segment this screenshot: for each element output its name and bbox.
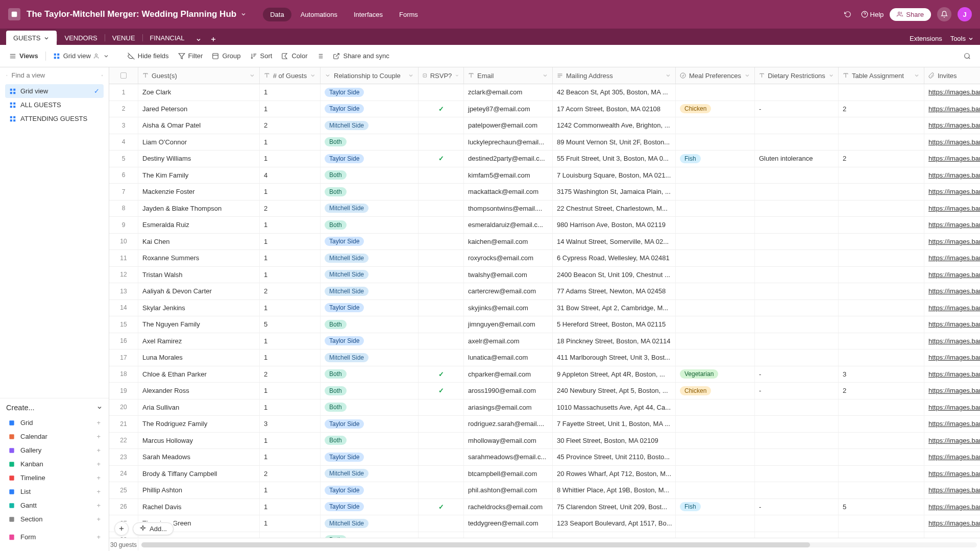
cell-table[interactable] (839, 416, 924, 432)
cell-table[interactable] (839, 532, 924, 538)
cell-count[interactable]: 1 (260, 84, 321, 101)
cell-guest[interactable]: Chloe & Ethan Parker (138, 366, 260, 383)
chevron-down-icon[interactable] (240, 11, 247, 17)
cell-guest[interactable]: The Nguyen Family (138, 316, 260, 333)
cell-address[interactable]: 1 Charles Street South, Unit 912, Bo... (553, 532, 676, 538)
cell-invites[interactable]: https://images.bannerbea (924, 151, 980, 167)
cell-diet[interactable] (755, 134, 839, 151)
cell-guest[interactable]: Axel Ramirez (138, 333, 260, 349)
cell-invites[interactable]: https://images.bannerbea (924, 349, 980, 366)
cell-relationship[interactable]: Both (321, 316, 419, 333)
table-row[interactable]: 23Sarah Meadows1Taylor Sidesarahmeadows@… (109, 449, 980, 466)
cell-guest[interactable]: Liam O'Connor (138, 134, 260, 151)
cell-meal[interactable] (676, 217, 755, 233)
help-button[interactable]: Help (861, 11, 884, 18)
cell-relationship[interactable]: Taylor Side (321, 499, 419, 515)
table-tab-financial[interactable]: FINANCIAL (143, 31, 192, 45)
sort-button[interactable]: Sort (246, 49, 277, 62)
cell-relationship[interactable]: Both (321, 167, 419, 184)
cell-diet[interactable]: - (755, 366, 839, 383)
cell-email[interactable]: thompsontwins@email.... (464, 201, 553, 217)
cell-guest[interactable]: Aria Sullivan (138, 399, 260, 416)
cell-email[interactable]: twalshy@email.com (464, 267, 553, 283)
cell-table[interactable] (839, 316, 924, 333)
table-row[interactable]: 15The Nguyen Family5Bothjimnguyen@email.… (109, 316, 980, 333)
cell-rsvp[interactable]: ✓ (419, 101, 464, 117)
cell-invites[interactable]: https://images.bannerbea (924, 234, 980, 250)
cell-relationship[interactable]: Both (321, 134, 419, 151)
cell-rsvp[interactable] (419, 532, 464, 538)
add-table-button[interactable] (206, 34, 221, 45)
table-row[interactable]: 27Theodore Green1Mitchell Sideteddygreen… (109, 515, 980, 532)
cell-invites[interactable]: https://images.bannerbea (924, 499, 980, 515)
hide-fields-button[interactable]: Hide fields (124, 49, 173, 62)
table-row[interactable]: 24Brody & Tiffany Campbell2Mitchell Side… (109, 466, 980, 483)
share-button[interactable]: Share (890, 8, 931, 21)
cell-invites[interactable]: https://images.bannerbea (924, 333, 980, 349)
cell-email[interactable]: jimnguyen@email.com (464, 316, 553, 333)
cell-email[interactable]: willow.river@email.com (464, 532, 553, 538)
cell-table[interactable] (839, 84, 924, 101)
cell-rsvp[interactable] (419, 433, 464, 449)
cell-rsvp[interactable] (419, 416, 464, 432)
cell-count[interactable]: 1 (260, 184, 321, 200)
cell-email[interactable]: destined2party@email.c... (464, 151, 553, 167)
cell-meal[interactable]: Chicken (676, 101, 755, 117)
cell-count[interactable]: 1 (260, 333, 321, 349)
cell-address[interactable]: 3175 Washington St, Jamaica Plain, ... (553, 184, 676, 200)
cell-count[interactable]: 1 (260, 449, 321, 465)
cell-relationship[interactable]: Both (321, 366, 419, 383)
cell-email[interactable]: kaichen@email.com (464, 234, 553, 250)
table-tab-venue[interactable]: VENUE (105, 31, 142, 45)
cell-table[interactable] (839, 333, 924, 349)
cell-address[interactable]: 75 Clarendon Street, Unit 209, Bost... (553, 499, 676, 515)
create-list-item[interactable]: List+ (6, 485, 103, 498)
cell-address[interactable]: 42 Beacon St, Apt 305, Boston, MA ... (553, 84, 676, 101)
cell-relationship[interactable]: Mitchell Side (321, 466, 419, 482)
cell-diet[interactable] (755, 316, 839, 333)
cell-address[interactable]: 411 Marlborough Street, Unit 3, Bost... (553, 349, 676, 366)
tools-button[interactable]: Tools (950, 35, 974, 42)
cell-rsvp[interactable] (419, 399, 464, 416)
table-row[interactable]: 3Aisha & Omar Patel2Mitchell Sidepatelpo… (109, 117, 980, 134)
cell-relationship[interactable]: Mitchell Side (321, 201, 419, 217)
cell-address[interactable]: 14 Walnut Street, Somerville, MA 02... (553, 234, 676, 250)
cell-email[interactable]: cartercrew@email.com (464, 283, 553, 299)
column-header-guest[interactable]: Guest(s) (138, 67, 260, 84)
table-row[interactable]: 1Zoe Clark1Taylor Sidezclark@email.com42… (109, 84, 980, 101)
cell-count[interactable]: 1 (260, 515, 321, 532)
cell-invites[interactable]: https://images.bannerbea (924, 482, 980, 498)
cell-meal[interactable] (676, 349, 755, 366)
add-row-button[interactable] (114, 521, 129, 536)
cell-table[interactable] (839, 117, 924, 134)
app-logo[interactable] (8, 8, 20, 20)
table-tab-vendors[interactable]: VENDORS (57, 31, 104, 45)
cell-table[interactable] (839, 449, 924, 465)
cell-guest[interactable]: Jayden & Blake Thompson (138, 201, 260, 217)
column-header-meal[interactable]: Meal Preferences (676, 67, 755, 84)
cell-email[interactable]: sarahmeadows@email.c... (464, 449, 553, 465)
scrollbar-thumb[interactable] (141, 542, 810, 547)
table-row[interactable]: 7Mackenzie Foster1Bothmackattack@email.c… (109, 184, 980, 201)
share-sync-button[interactable]: Share and sync (329, 49, 393, 62)
cell-table[interactable] (839, 267, 924, 283)
table-row[interactable]: 20Aria Sullivan1Bothariasings@email.com1… (109, 399, 980, 416)
cell-diet[interactable] (755, 250, 839, 266)
cell-relationship[interactable]: Mitchell Side (321, 267, 419, 283)
cell-relationship[interactable]: Taylor Side (321, 333, 419, 349)
cell-email[interactable]: rodriguez.sarah@email.... (464, 416, 553, 432)
cell-table[interactable] (839, 184, 924, 200)
create-header[interactable]: Create... (6, 404, 103, 412)
cell-diet[interactable]: - (755, 499, 839, 515)
cell-table[interactable]: 3 (839, 366, 924, 383)
cell-count[interactable]: 4 (260, 167, 321, 184)
cell-count[interactable]: 2 (260, 366, 321, 383)
cell-relationship[interactable]: Taylor Side (321, 482, 419, 498)
table-row[interactable]: 25Phillip Ashton1Taylor Sidephil.ashton@… (109, 482, 980, 499)
cell-relationship[interactable]: Taylor Side (321, 151, 419, 167)
column-header-relationship[interactable]: Relationship to Couple (321, 67, 419, 84)
cell-guest[interactable]: Rachel Davis (138, 499, 260, 515)
table-row[interactable]: 17Luna Morales1Mitchell Sidelunatica@ema… (109, 349, 980, 366)
cell-address[interactable]: 123 Seaport Boulevard, Apt 1517, Bo... (553, 515, 676, 532)
cell-address[interactable]: 7 Louisburg Square, Boston, MA 021... (553, 167, 676, 184)
